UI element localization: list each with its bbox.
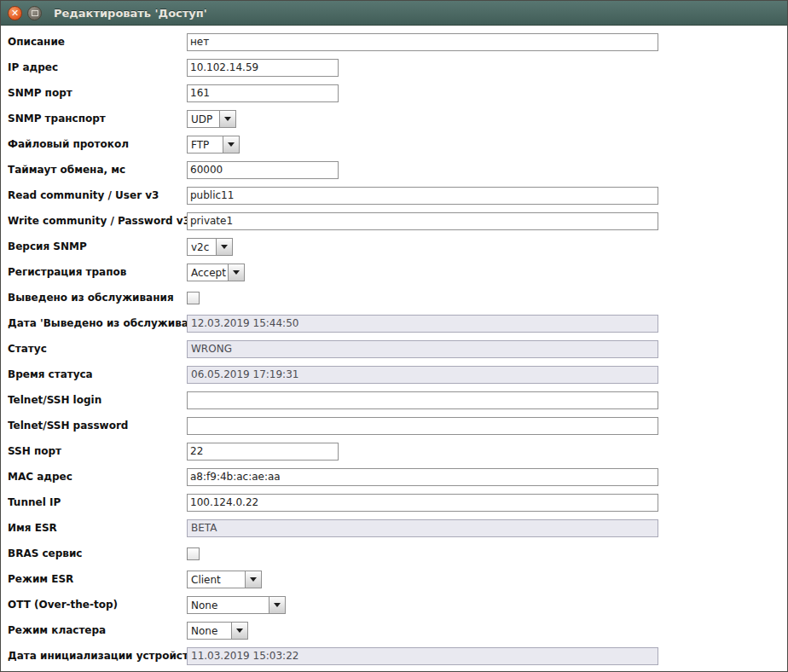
row-bras-service: BRAS сервис bbox=[1, 541, 787, 566]
out-of-service-date-label: Дата 'Выведено из обслуживания' bbox=[8, 317, 187, 329]
read-community-input[interactable] bbox=[187, 187, 658, 205]
status-label: Статус bbox=[8, 343, 187, 355]
trap-registration-label: Регистрация трапов bbox=[8, 266, 187, 278]
snmp-port-input[interactable] bbox=[187, 84, 339, 102]
row-out-of-service-date: Дата 'Выведено из обслуживания' 12.03.20… bbox=[1, 310, 787, 336]
write-community-input[interactable] bbox=[187, 212, 658, 230]
snmp-version-label: Версия SNMP bbox=[8, 240, 187, 252]
out-of-service-date-field: 12.03.2019 15:44:50 bbox=[187, 315, 658, 333]
close-icon: ✕ bbox=[11, 9, 19, 18]
device-init-date-label: Дата инициализации устройства bbox=[8, 650, 187, 662]
maximize-button[interactable] bbox=[27, 6, 42, 20]
cluster-mode-label: Режим кластера bbox=[8, 624, 187, 636]
row-tunnel-ip: Tunnel IP bbox=[1, 490, 787, 515]
chevron-down-icon[interactable] bbox=[269, 597, 285, 613]
mac-address-label: MAC адрес bbox=[8, 471, 187, 483]
tunnel-ip-input[interactable] bbox=[187, 494, 658, 512]
combobox-value: None bbox=[188, 623, 231, 639]
esr-mode-combobox[interactable]: Client bbox=[187, 571, 262, 588]
telnet-password-label: Telnet/SSH password bbox=[8, 420, 187, 432]
window-title: Редактировать 'Доступ' bbox=[54, 7, 207, 20]
chevron-down-icon[interactable] bbox=[231, 623, 247, 639]
row-write-community: Write community / Password v3 bbox=[1, 208, 787, 234]
mac-address-input[interactable] bbox=[187, 468, 658, 486]
row-device-init-date: Дата инициализации устройства 11.03.2019… bbox=[1, 643, 787, 669]
chevron-down-icon[interactable] bbox=[223, 136, 239, 153]
row-trap-registration: Регистрация трапов Accept bbox=[1, 259, 787, 285]
row-out-of-service: Выведено из обслуживания bbox=[1, 285, 787, 310]
row-snmp-version: Версия SNMP v2c bbox=[1, 234, 787, 259]
esr-name-field: BETA bbox=[187, 519, 658, 537]
chevron-down-icon[interactable] bbox=[245, 571, 261, 588]
out-of-service-checkbox[interactable] bbox=[187, 292, 200, 304]
row-cluster-mode: Режим кластера None bbox=[1, 617, 787, 643]
row-status-time: Время статуса 06.05.2019 17:19:31 bbox=[1, 362, 787, 387]
status-field: WRONG bbox=[187, 340, 658, 358]
status-time-label: Время статуса bbox=[8, 368, 187, 380]
ott-combobox[interactable]: None bbox=[187, 596, 286, 614]
row-mac-address: MAC адрес bbox=[1, 464, 787, 490]
trap-registration-combobox[interactable]: Accept bbox=[187, 264, 245, 281]
row-ssh-port: SSH порт bbox=[1, 438, 787, 464]
title-bar[interactable]: ✕ Редактировать 'Доступ' bbox=[1, 1, 787, 26]
cluster-mode-combobox[interactable]: None bbox=[187, 622, 248, 640]
write-community-label: Write community / Password v3 bbox=[8, 215, 187, 227]
telnet-login-input[interactable] bbox=[187, 391, 658, 409]
bras-service-label: BRAS сервис bbox=[8, 547, 187, 559]
row-ip-address: IP адрес bbox=[1, 55, 787, 80]
esr-name-label: Имя ESR bbox=[8, 522, 187, 534]
ssh-port-input[interactable] bbox=[187, 443, 339, 461]
combobox-value: v2c bbox=[188, 239, 216, 255]
row-snmp-transport: SNMP транспорт UDP bbox=[1, 106, 787, 131]
row-telnet-login: Telnet/SSH login bbox=[1, 387, 787, 413]
description-label: Описание bbox=[8, 36, 187, 48]
row-status: Статус WRONG bbox=[1, 336, 787, 362]
combobox-value: None bbox=[188, 597, 269, 613]
chevron-down-icon[interactable] bbox=[216, 239, 232, 255]
combobox-value: Client bbox=[188, 571, 245, 588]
combobox-value: FTP bbox=[188, 136, 223, 153]
device-init-date-field: 11.03.2019 15:03:22 bbox=[187, 647, 658, 665]
ott-label: OTT (Over-the-top) bbox=[8, 599, 187, 611]
row-snmp-port: SNMP порт bbox=[1, 80, 787, 106]
combobox-value: Accept bbox=[188, 264, 228, 281]
ip-address-label: IP адрес bbox=[8, 61, 187, 73]
exchange-timeout-label: Таймаут обмена, мс bbox=[8, 164, 187, 176]
telnet-password-input[interactable] bbox=[187, 417, 658, 435]
row-read-community: Read community / User v3 bbox=[1, 182, 787, 208]
row-file-protocol: Файловый протокол FTP bbox=[1, 131, 787, 157]
row-exchange-timeout: Таймаут обмена, мс bbox=[1, 157, 787, 182]
ip-address-input[interactable] bbox=[187, 59, 339, 77]
exchange-timeout-input[interactable] bbox=[187, 161, 339, 179]
row-telnet-password: Telnet/SSH password bbox=[1, 413, 787, 438]
esr-mode-label: Режим ESR bbox=[8, 573, 187, 585]
row-description: Описание bbox=[1, 29, 787, 55]
bras-service-checkbox[interactable] bbox=[187, 547, 200, 560]
snmp-transport-label: SNMP транспорт bbox=[8, 113, 187, 125]
chevron-down-icon[interactable] bbox=[219, 111, 235, 127]
close-button[interactable]: ✕ bbox=[8, 6, 22, 20]
snmp-transport-combobox[interactable]: UDP bbox=[187, 110, 236, 128]
status-time-field: 06.05.2019 17:19:31 bbox=[187, 366, 658, 384]
combobox-value: UDP bbox=[188, 111, 219, 127]
file-protocol-combobox[interactable]: FTP bbox=[187, 136, 240, 154]
row-ott: OTT (Over-the-top) None bbox=[1, 592, 787, 617]
snmp-version-combobox[interactable]: v2c bbox=[187, 238, 233, 256]
edit-access-dialog: ✕ Редактировать 'Доступ' Описание IP адр… bbox=[0, 0, 788, 672]
row-esr-mode: Режим ESR Client bbox=[1, 566, 787, 592]
out-of-service-label: Выведено из обслуживания bbox=[8, 292, 187, 304]
ssh-port-label: SSH порт bbox=[8, 445, 187, 457]
access-form: Описание IP адрес SNMP порт SNMP транспо… bbox=[1, 26, 787, 669]
file-protocol-label: Файловый протокол bbox=[8, 138, 187, 150]
maximize-icon bbox=[32, 10, 38, 16]
row-esr-name: Имя ESR BETA bbox=[1, 515, 787, 541]
tunnel-ip-label: Tunnel IP bbox=[8, 496, 187, 508]
read-community-label: Read community / User v3 bbox=[8, 189, 187, 201]
chevron-down-icon[interactable] bbox=[228, 264, 244, 281]
telnet-login-label: Telnet/SSH login bbox=[8, 394, 187, 406]
description-input[interactable] bbox=[187, 33, 658, 51]
snmp-port-label: SNMP порт bbox=[8, 87, 187, 99]
